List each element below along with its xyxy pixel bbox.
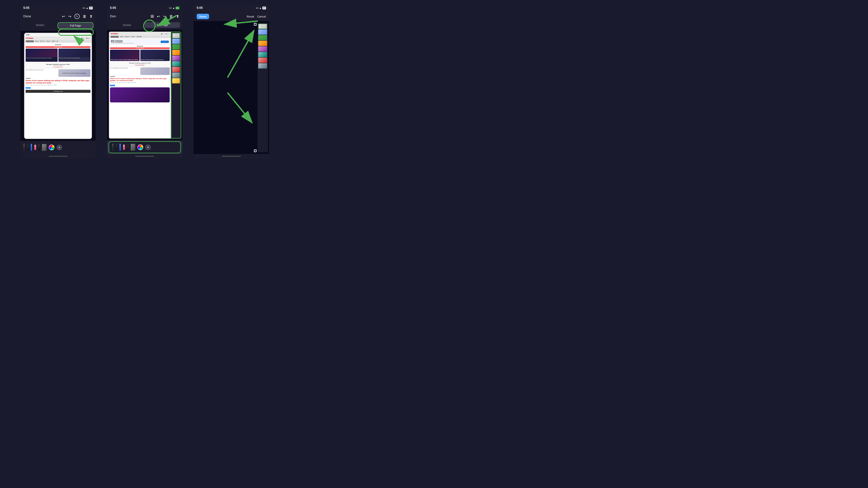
page-main-2: 9TO5Mac ▶ f ⋮ $ e ○ Exclusives Store iPh…: [109, 32, 171, 138]
status-bar-1: 5:05 ▪▪▪ ▲ 57: [20, 4, 96, 12]
thumb-6[interactable]: [172, 61, 180, 66]
status-bar-3: 5:05 ▪▪▪ ▲ 57: [194, 4, 269, 12]
thumb-2[interactable]: [172, 39, 180, 44]
home-indicator-1: [20, 154, 96, 159]
thumb-1[interactable]: [172, 33, 180, 38]
add-tool-button-2[interactable]: +: [146, 144, 151, 150]
status-icons-1: ▪▪▪ ▲ 57: [83, 7, 93, 9]
add-tool-button-1[interactable]: +: [57, 145, 62, 150]
segment-tabs-1: Screen Full Page: [20, 21, 96, 31]
panel-1-wrapper: 5:05 ▪▪▪ ▲ 57 Done ↩ ↪ ✎ 🗑 ⬆: [20, 4, 96, 159]
crop-icon-2[interactable]: ⊞: [151, 14, 154, 19]
redo-icon-1[interactable]: ↪: [68, 14, 71, 19]
cancel-button-3[interactable]: Cancel: [257, 15, 266, 18]
full-page-tab-2[interactable]: Full Page: [145, 22, 180, 28]
home-bar-2: [135, 156, 154, 157]
web-menu-1: Exclusives Store iPhone ▾ Mac ▾ Watch ▶: [25, 40, 92, 43]
thumb-9[interactable]: [172, 78, 180, 84]
draw-tool-2-2[interactable]: [116, 144, 117, 151]
drawing-toolbar-2: 07 +: [108, 141, 181, 153]
phone-panel-3: 5:05 ▪▪▪ ▲ 57 Done Reset Cancel: [194, 4, 269, 159]
status-bar-2: 5:05 ▪▪▪ ▲ —: [107, 4, 182, 12]
web-content-1: 00:00:00 ACTION MODE iPhone 14 Pro camer…: [25, 43, 92, 94]
done-button-1[interactable]: Done: [23, 14, 31, 18]
done-button-2[interactable]: Don: [110, 14, 116, 18]
thumb-3[interactable]: [172, 44, 180, 50]
toolbar-icons-2: ⊞ ↩ ↪ 🗑 ⬆: [151, 14, 179, 19]
screen-tab-1[interactable]: Screen: [23, 22, 58, 29]
draw-tool-1[interactable]: 07: [23, 144, 25, 151]
share-icon-1[interactable]: ⬆: [90, 14, 93, 19]
home-bar-1: [49, 156, 67, 157]
panel-2-wrapper: 5:05 ▪▪▪ ▲ — Don ⊞ ↩ ↪ 🗑 ⬆: [107, 4, 182, 159]
thumb-3-4[interactable]: [258, 41, 267, 46]
panel-3-wrapper: 5:05 ▪▪▪ ▲ 57 Done Reset Cancel: [194, 4, 269, 159]
battery-2: —: [176, 7, 179, 9]
content-area-2: 9TO5Mac ▶ f ⋮ $ e ○ Exclusives Store iPh…: [107, 30, 182, 140]
draw-tool-2-4[interactable]: [123, 144, 125, 150]
screen-tab-2[interactable]: Screen: [109, 22, 145, 28]
wifi-icon-1: ▲: [86, 7, 88, 9]
reset-cancel-3: Reset Cancel: [247, 15, 266, 18]
signal-icon-2: ▪▪▪: [169, 7, 172, 9]
thumb-3-6[interactable]: [258, 52, 267, 57]
thumb-3-2[interactable]: [258, 29, 267, 35]
phone-panel-1: 5:05 ▪▪▪ ▲ 57 Done ↩ ↪ ✎ 🗑 ⬆: [20, 4, 96, 159]
crop-handle-top[interactable]: [254, 23, 256, 26]
web-nav-1: 9TO5Mac ▶ f ⋮ $ e ○: [25, 36, 92, 40]
draw-tool-6[interactable]: [42, 144, 46, 151]
share-icon-2[interactable]: ⬆: [176, 14, 179, 19]
thumb-3-7[interactable]: [258, 58, 267, 63]
main-container: 5:05 ▪▪▪ ▲ 57 Done ↩ ↪ ✎ 🗑 ⬆: [0, 0, 289, 163]
thumb-5[interactable]: [172, 56, 180, 61]
news-card-2: iPhone 14 Action mode: First impressions: [58, 48, 90, 62]
full-page-content-2: 9TO5Mac ▶ f ⋮ $ e ○ Exclusives Store iPh…: [107, 30, 182, 140]
screenshot-preview-1: 5:05 ▪▪▪ ▲ 🔋 9TO5Mac ▶ f ⋮ $ e ○ Exclusi…: [24, 33, 92, 139]
signal-icon-1: ▪▪▪: [83, 7, 85, 9]
color-wheel-2[interactable]: [137, 144, 143, 150]
msg-permission-1: "Messages" would like to paste from "Saf…: [26, 63, 90, 68]
thumb-3-3[interactable]: [258, 35, 267, 40]
content-area-3: [194, 21, 269, 154]
draw-tool-5[interactable]: [38, 144, 40, 151]
draw-tool-2-1[interactable]: 07: [112, 144, 114, 151]
home-bar-3: [222, 156, 241, 157]
done-button-3[interactable]: Done: [197, 14, 209, 19]
thumbnail-strip-3: [257, 23, 268, 152]
draw-tool-4[interactable]: [34, 145, 36, 150]
web-status-1: 5:05 ▪▪▪ ▲ 🔋: [25, 33, 92, 36]
time-3: 5:05: [197, 6, 203, 10]
draw-tool-2-5[interactable]: [127, 144, 128, 151]
thumb-8[interactable]: [172, 72, 180, 78]
news-grid-1: iPhone 14 Pro camera module shaking and …: [26, 48, 90, 62]
redo-icon-2[interactable]: ↪: [163, 14, 166, 19]
thumb-4[interactable]: [172, 50, 180, 55]
wifi-icon-2: ▲: [173, 7, 175, 9]
draw-tool-3[interactable]: [31, 144, 32, 151]
toolbar-2: Don ⊞ ↩ ↪ 🗑 ⬆: [107, 12, 182, 21]
delete-icon-1[interactable]: 🗑: [83, 14, 87, 19]
color-wheel-1[interactable]: [49, 144, 55, 150]
thumb-3-1[interactable]: [258, 24, 267, 29]
time-1: 5:05: [23, 6, 29, 10]
undo-icon-2[interactable]: ↩: [157, 14, 160, 19]
drawing-toolbar-1: 07 +: [20, 141, 96, 154]
signal-icon-3: ▪▪▪: [256, 7, 258, 9]
markup-icon-1[interactable]: ✎: [74, 14, 80, 19]
toolbar-1: Done ↩ ↪ ✎ 🗑 ⬆: [20, 12, 96, 21]
draw-tool-2-6[interactable]: [131, 144, 135, 151]
thumb-3-5[interactable]: [258, 46, 267, 52]
news-badge-1: NEWS: [26, 87, 31, 89]
battery-3: 57: [262, 7, 266, 9]
home-indicator-3: [194, 154, 269, 159]
draw-tool-2-3[interactable]: [119, 144, 121, 151]
status-icons-3: ▪▪▪ ▲ 57: [256, 7, 266, 9]
thumb-3-8[interactable]: [258, 63, 267, 68]
crop-handle-bottom[interactable]: [254, 150, 256, 152]
draw-tool-2[interactable]: [27, 144, 28, 151]
full-page-tab-1[interactable]: Full Page: [58, 22, 93, 29]
thumb-7[interactable]: [172, 67, 180, 72]
reset-button-3[interactable]: Reset: [247, 15, 254, 18]
delete-icon-2[interactable]: 🗑: [169, 14, 173, 19]
undo-icon-1[interactable]: ↩: [62, 14, 65, 19]
